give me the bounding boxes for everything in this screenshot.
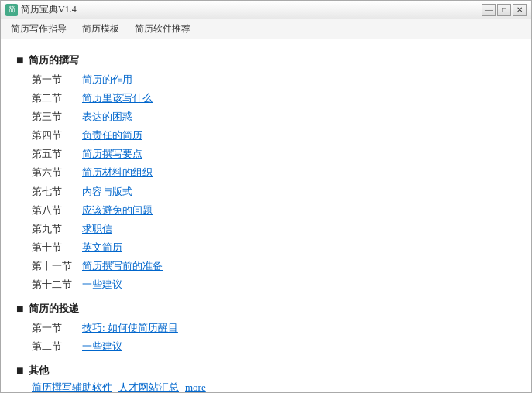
menu-item-software[interactable]: 简历软件推荐 bbox=[128, 20, 197, 38]
window-title: 简历宝典V1.4 bbox=[21, 3, 77, 16]
section-writing-title: ■ 简历的撰写 bbox=[16, 53, 516, 67]
section-delivery-title: ■ 简历的投递 bbox=[16, 302, 516, 316]
delivery-chapter-num-1: 第一节 bbox=[32, 320, 82, 337]
bullet-icon-writing: ■ bbox=[16, 54, 24, 67]
chapter-num-8: 第八节 bbox=[32, 202, 82, 219]
menu-item-templates[interactable]: 简历模板 bbox=[75, 20, 126, 38]
chapter-link-9[interactable]: 求职信 bbox=[82, 220, 112, 238]
chapter-link-10[interactable]: 英文简历 bbox=[82, 239, 122, 256]
delivery-chapter-link-1[interactable]: 技巧: 如何使简历醒目 bbox=[82, 320, 178, 337]
other-link-more[interactable]: more bbox=[185, 381, 206, 392]
chapter-num-3: 第三节 bbox=[32, 108, 82, 125]
other-link-software[interactable]: 简历撰写辅助软件 bbox=[32, 381, 112, 392]
bullet-icon-delivery: ■ bbox=[16, 302, 24, 315]
chapter-num-4: 第四节 bbox=[32, 127, 82, 144]
content-area: ■ 简历的撰写 第一节 简历的作用 第二节 简历里该写什么 第三节 表达的困惑 … bbox=[1, 39, 531, 392]
delivery-chapter-row-2: 第二节 一些建议 bbox=[16, 337, 516, 356]
chapter-row-1: 第一节 简历的作用 bbox=[16, 70, 516, 89]
section-writing: ■ 简历的撰写 第一节 简历的作用 第二节 简历里该写什么 第三节 表达的困惑 … bbox=[16, 53, 516, 294]
chapter-num-6: 第六节 bbox=[32, 164, 82, 181]
app-window: 简 简历宝典V1.4 — □ ✕ 简历写作指导 简历模板 简历软件推荐 ■ 简历… bbox=[0, 0, 532, 393]
chapter-link-6[interactable]: 简历材料的组织 bbox=[82, 164, 153, 181]
chapter-link-4[interactable]: 负责任的简历 bbox=[82, 127, 142, 144]
delivery-chapter-num-2: 第二节 bbox=[32, 338, 82, 355]
chapter-link-5[interactable]: 简历撰写要点 bbox=[82, 145, 142, 162]
section-delivery-label: 简历的投递 bbox=[29, 302, 79, 316]
chapter-row-2: 第二节 简历里该写什么 bbox=[16, 89, 516, 108]
chapter-num-9: 第九节 bbox=[32, 220, 82, 238]
chapter-num-12: 第十二节 bbox=[32, 276, 82, 293]
title-bar-left: 简 简历宝典V1.4 bbox=[5, 3, 77, 16]
bullet-icon-other: ■ bbox=[16, 364, 24, 377]
section-other-title: ■ 其他 bbox=[16, 364, 516, 378]
chapter-row-9: 第九节 求职信 bbox=[16, 220, 516, 238]
delivery-chapter-row-1: 第一节 技巧: 如何使简历醒目 bbox=[16, 319, 516, 337]
chapter-row-6: 第六节 简历材料的组织 bbox=[16, 163, 516, 182]
delivery-chapter-link-2[interactable]: 一些建议 bbox=[82, 338, 122, 355]
chapter-num-7: 第七节 bbox=[32, 183, 82, 200]
chapter-row-4: 第四节 负责任的简历 bbox=[16, 126, 516, 145]
section-writing-label: 简历的撰写 bbox=[29, 53, 79, 67]
chapter-link-1[interactable]: 简历的作用 bbox=[82, 71, 132, 88]
minimize-button[interactable]: — bbox=[482, 4, 496, 16]
chapter-num-2: 第二节 bbox=[32, 90, 82, 107]
section-other: ■ 其他 简历撰写辅助软件 人才网站汇总 more bbox=[16, 364, 516, 392]
app-icon-text: 简 bbox=[9, 5, 15, 15]
chapter-num-1: 第一节 bbox=[32, 71, 82, 88]
chapter-row-3: 第三节 表达的困惑 bbox=[16, 108, 516, 126]
menu-item-writing-guide[interactable]: 简历写作指导 bbox=[4, 20, 74, 38]
chapter-num-10: 第十节 bbox=[32, 239, 82, 256]
chapter-link-12[interactable]: 一些建议 bbox=[82, 276, 122, 293]
chapter-link-3[interactable]: 表达的困惑 bbox=[82, 108, 132, 125]
chapter-link-7[interactable]: 内容与版式 bbox=[82, 183, 132, 200]
chapter-row-12: 第十二节 一些建议 bbox=[16, 275, 516, 294]
section-other-label: 其他 bbox=[29, 364, 49, 378]
chapter-link-11[interactable]: 简历撰写前的准备 bbox=[82, 258, 163, 275]
chapter-row-8: 第八节 应该避免的问题 bbox=[16, 201, 516, 220]
menu-bar: 简历写作指导 简历模板 简历软件推荐 bbox=[1, 19, 531, 39]
maximize-button[interactable]: □ bbox=[497, 4, 511, 16]
chapter-link-2[interactable]: 简历里该写什么 bbox=[82, 90, 153, 107]
chapter-row-10: 第十节 英文简历 bbox=[16, 238, 516, 257]
app-icon: 简 bbox=[5, 4, 18, 16]
chapter-num-5: 第五节 bbox=[32, 145, 82, 162]
chapter-row-11: 第十一节 简历撰写前的准备 bbox=[16, 257, 516, 275]
main-content: ■ 简历的撰写 第一节 简历的作用 第二节 简历里该写什么 第三节 表达的困惑 … bbox=[1, 39, 531, 392]
section-delivery: ■ 简历的投递 第一节 技巧: 如何使简历醒目 第二节 一些建议 bbox=[16, 302, 516, 356]
chapter-row-5: 第五节 简历撰写要点 bbox=[16, 145, 516, 163]
chapter-row-7: 第七节 内容与版式 bbox=[16, 183, 516, 201]
window-controls: — □ ✕ bbox=[482, 4, 527, 16]
title-bar: 简 简历宝典V1.4 — □ ✕ bbox=[1, 1, 531, 19]
chapter-num-11: 第十一节 bbox=[32, 258, 82, 275]
other-inline-links: 简历撰写辅助软件 人才网站汇总 more bbox=[16, 381, 516, 392]
other-link-talent-sites[interactable]: 人才网站汇总 bbox=[118, 381, 179, 392]
close-button[interactable]: ✕ bbox=[513, 4, 527, 16]
chapter-link-8[interactable]: 应该避免的问题 bbox=[82, 202, 153, 219]
